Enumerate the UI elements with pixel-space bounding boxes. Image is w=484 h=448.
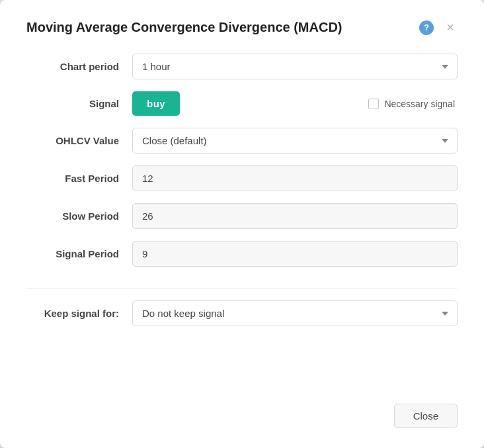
chart-period-select[interactable]: 1 minute 5 minutes 15 minutes 30 minutes… (132, 54, 458, 79)
keep-signal-select-wrapper: Do not keep signal 1 bar 2 bars 3 bars 5… (132, 300, 458, 326)
signal-control: buy Necessary signal (132, 91, 458, 116)
fast-period-control (132, 165, 458, 191)
chart-period-label: Chart period (26, 61, 132, 72)
fast-period-row: Fast Period (26, 165, 458, 191)
signal-period-control (132, 241, 458, 267)
signal-label: Signal (26, 98, 132, 109)
slow-period-control (132, 203, 458, 229)
signal-period-input[interactable] (132, 241, 458, 267)
modal-header: Moving Average Convergence Divergence (M… (26, 20, 458, 35)
keep-signal-row: Keep signal for: Do not keep signal 1 ba… (26, 300, 458, 326)
slow-period-row: Slow Period (26, 203, 458, 229)
close-icon[interactable]: × (443, 21, 458, 35)
modal-container: Moving Average Convergence Divergence (M… (0, 0, 484, 448)
modal-footer: Close (26, 390, 458, 428)
close-button[interactable]: Close (394, 404, 458, 428)
necessary-signal-wrapper: Necessary signal (368, 99, 458, 109)
signal-period-row: Signal Period (26, 241, 458, 267)
ohlcv-label: OHLCV Value (26, 135, 132, 146)
chart-period-control: 1 minute 5 minutes 15 minutes 30 minutes… (132, 54, 458, 79)
signal-row: Signal buy Necessary signal (26, 91, 458, 116)
necessary-signal-checkbox[interactable] (368, 99, 379, 109)
ohlcv-row: OHLCV Value Open High Low Close (default… (26, 128, 458, 154)
divider (26, 288, 458, 289)
ohlcv-select[interactable]: Open High Low Close (default) Volume (132, 128, 458, 154)
fast-period-input[interactable] (132, 165, 458, 191)
ohlcv-control: Open High Low Close (default) Volume (132, 128, 458, 154)
ohlcv-select-wrapper: Open High Low Close (default) Volume (132, 128, 458, 154)
fast-period-label: Fast Period (26, 173, 132, 184)
chart-period-row: Chart period 1 minute 5 minutes 15 minut… (26, 54, 458, 79)
slow-period-label: Slow Period (26, 210, 132, 222)
modal-title: Moving Average Convergence Divergence (M… (26, 20, 413, 35)
signal-period-label: Signal Period (26, 248, 132, 259)
keep-signal-control: Do not keep signal 1 bar 2 bars 3 bars 5… (132, 300, 458, 326)
chart-period-select-wrapper: 1 minute 5 minutes 15 minutes 30 minutes… (132, 54, 458, 79)
buy-button[interactable]: buy (132, 91, 180, 116)
necessary-signal-label: Necessary signal (384, 99, 455, 109)
help-icon[interactable]: ? (419, 21, 434, 35)
keep-signal-select[interactable]: Do not keep signal 1 bar 2 bars 3 bars 5… (132, 300, 458, 326)
slow-period-input[interactable] (132, 203, 458, 229)
keep-signal-label: Keep signal for: (26, 308, 132, 319)
